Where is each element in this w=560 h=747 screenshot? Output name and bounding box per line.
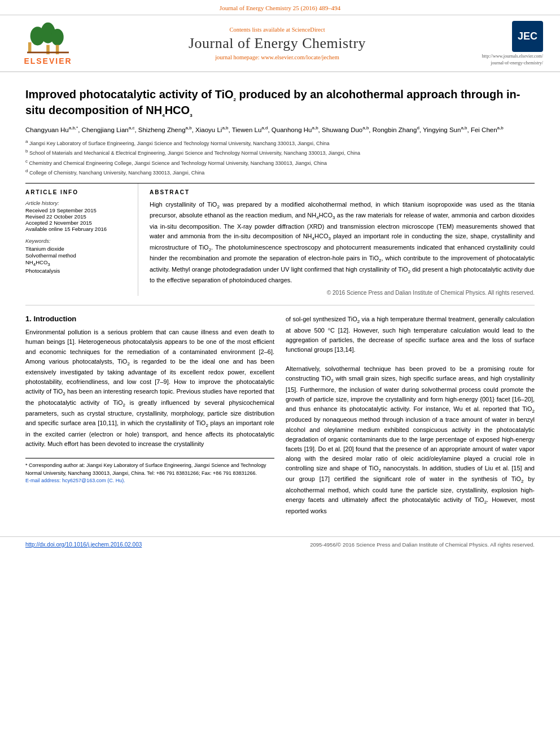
contents-available: Contents lists available at ScienceDirec… xyxy=(79,27,475,33)
footnote-corresponding: * Corresponding author at: Jiangxi Key L… xyxy=(25,462,274,477)
top-bar: Journal of Energy Chemistry 25 (2016) 48… xyxy=(0,0,560,15)
intro-title: 1. Introduction xyxy=(25,314,274,323)
footnote-email: E-mail address: hcy6257@163.com (C. Hu). xyxy=(25,477,274,485)
affiliation-b: b School of Materials and Mechanical & E… xyxy=(25,148,535,158)
authors-line: Changyuan Hua,b,*, Chengjiang Liana,c, S… xyxy=(25,125,535,135)
homepage-link[interactable]: www.elsevier.com/locate/jechem xyxy=(261,54,339,60)
sciencedirect-link[interactable]: ScienceDirect xyxy=(292,27,325,33)
intro-left-col: 1. Introduction Environmental pollution … xyxy=(25,314,274,516)
affiliations: a Jiangxi Key Laboratory of Surface Engi… xyxy=(25,138,535,177)
jec-url1: http://www.journals.elsevier.com/ xyxy=(475,54,543,59)
keywords-label: Keywords: xyxy=(25,238,131,244)
footnote-area: * Corresponding author at: Jiangxi Key L… xyxy=(25,458,274,485)
abstract-label: ABSTRACT xyxy=(150,189,535,195)
bottom-rights: 2095-4956/© 2016 Science Press and Dalia… xyxy=(310,541,535,548)
received-date: Received 19 September 2015 xyxy=(25,207,131,213)
journal-title: Journal of Energy Chemistry xyxy=(79,35,475,52)
body-section: 1. Introduction Environmental pollution … xyxy=(25,314,535,516)
contents-text: Contents lists available at xyxy=(229,27,290,33)
journal-ref-link[interactable]: Journal of Energy Chemistry 25 (2016) 48… xyxy=(220,5,340,11)
keyword-4: Photocatalysis xyxy=(25,268,131,274)
journal-homepage: journal homepage: www.elsevier.com/locat… xyxy=(79,54,475,60)
journal-header-center: Contents lists available at ScienceDirec… xyxy=(79,27,475,60)
homepage-text: journal homepage: xyxy=(215,54,259,60)
revised-date: Revised 22 October 2015 xyxy=(25,213,131,220)
affiliation-d: d College of Chemistry, Nanchang Univers… xyxy=(25,168,535,177)
keyword-2: Solvothermal method xyxy=(25,252,131,259)
affiliation-a: a Jiangxi Key Laboratory of Surface Engi… xyxy=(25,138,535,148)
bottom-bar: http://dx.doi.org/10.1016/j.jechem.2016.… xyxy=(0,536,560,552)
svg-rect-0 xyxy=(28,42,32,52)
available-date: Available online 15 February 2016 xyxy=(25,226,131,232)
affiliation-c: c Chemistry and Chemical Engineering Col… xyxy=(25,158,535,168)
journal-header: ELSEVIER Contents lists available at Sci… xyxy=(0,15,560,72)
article-info-abstract-section: ARTICLE INFO Article history: Received 1… xyxy=(25,183,535,296)
elsevier-logo-area: ELSEVIER xyxy=(17,21,79,65)
elsevier-logo: ELSEVIER xyxy=(17,21,79,65)
keyword-1: Titanium dioxide xyxy=(25,246,131,252)
svg-point-3 xyxy=(51,28,64,45)
abstract-col: ABSTRACT High crystallinity of TiO2 was … xyxy=(150,184,535,296)
doi-link[interactable]: http://dx.doi.org/10.1016/j.jechem.2016.… xyxy=(25,541,142,548)
intro-left-text: Environmental pollution is a serious pro… xyxy=(25,327,274,449)
jec-logo: JEC xyxy=(512,21,543,52)
section-divider xyxy=(25,305,535,305)
jec-logo-area: JEC http://www.journals.elsevier.com/ jo… xyxy=(475,21,543,65)
elsevier-tree-icon xyxy=(25,21,71,55)
intro-right-text: of sol-gel synthesized TiO2 via a high t… xyxy=(286,314,535,516)
article-title: Improved photocatalytic activity of TiO2… xyxy=(25,87,535,119)
accepted-date: Accepted 2 November 2015 xyxy=(25,220,131,226)
abstract-text: High crystallinity of TiO2 was prepared … xyxy=(150,200,535,286)
article-info-label: ARTICLE INFO xyxy=(25,189,131,195)
jec-url2: journal-of-energy-chemistry/ xyxy=(475,60,543,65)
history-label: Article history: xyxy=(25,200,131,206)
keyword-3: NH4HCO3 xyxy=(25,259,131,267)
copyright: © 2016 Science Press and Dalian Institut… xyxy=(150,290,535,296)
article-info-col: ARTICLE INFO Article history: Received 1… xyxy=(25,184,138,296)
svg-rect-6 xyxy=(27,51,69,53)
main-content: Improved photocatalytic activity of TiO2… xyxy=(0,72,560,525)
intro-right-col: of sol-gel synthesized TiO2 via a high t… xyxy=(286,314,535,516)
elsevier-text: ELSEVIER xyxy=(24,56,72,65)
